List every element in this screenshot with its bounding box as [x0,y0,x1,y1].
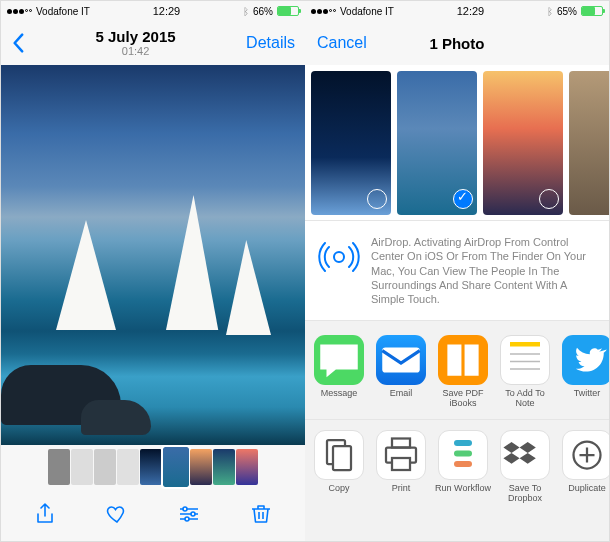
ibooks-icon [438,335,488,385]
svg-point-1 [191,512,195,516]
action-label: Duplicate [568,484,606,494]
duplicate-icon [562,430,609,480]
airdrop-icon [317,235,361,279]
workflow-icon [438,430,488,480]
svg-rect-13 [454,461,472,467]
share-apps-row[interactable]: MessageEmailSave PDF iBooksTo Add To Not… [305,321,609,419]
thumbnail[interactable] [117,449,139,485]
svg-rect-7 [333,446,351,470]
status-time: 12:29 [457,5,485,17]
selection-check-icon[interactable] [453,189,473,209]
thumbnail[interactable] [190,449,212,485]
thumbnail[interactable] [140,449,162,485]
svg-rect-5 [510,342,540,347]
share-label: Save PDF iBooks [435,389,491,409]
copy-icon [314,430,364,480]
share-label: Message [321,389,358,399]
share-notes-button[interactable]: To Add To Note [497,335,553,409]
svg-point-0 [183,507,187,511]
back-button[interactable] [11,33,25,53]
actions-row[interactable]: CopyPrintRun WorkflowSave To DropboxDupl… [305,419,609,514]
twitter-icon [562,335,609,385]
svg-point-2 [185,517,189,521]
cancel-button[interactable]: Cancel [317,34,367,52]
main-photo[interactable] [1,65,305,445]
share-nav-bar: Cancel 1 Photo [305,21,609,65]
share-twitter-button[interactable]: Twitter [559,335,609,409]
thumbnail[interactable] [71,449,93,485]
trash-icon [249,502,273,526]
status-bar: Vodafone IT 12:29 66% [1,1,305,21]
action-dropbox-button[interactable]: Save To Dropbox [497,430,553,504]
share-icon [33,502,57,526]
thumbnail[interactable] [236,449,258,485]
status-bar: Vodafone IT 12:29 65% [305,1,609,21]
thumbnail[interactable] [94,449,116,485]
share-ibooks-button[interactable]: Save PDF iBooks [435,335,491,409]
bluetooth-icon [547,5,553,17]
signal-icon [311,9,336,14]
action-label: Copy [328,484,349,494]
thumbnail-strip[interactable] [1,445,305,489]
share-label: To Add To Note [497,389,553,409]
selection-thumbnail[interactable] [311,71,391,215]
notes-icon [500,335,550,385]
sliders-icon [177,502,201,526]
selection-thumbnails[interactable] [305,65,609,220]
svg-rect-11 [454,440,472,446]
battery-percent: 66% [253,6,273,17]
nav-bar: 5 July 2015 01:42 Details [1,21,305,65]
print-icon [376,430,426,480]
share-label: Email [390,389,413,399]
carrier-label: Vodafone IT [340,6,394,17]
share-button[interactable] [33,502,57,526]
svg-rect-8 [392,439,410,448]
selection-thumbnail[interactable] [397,71,477,215]
bottom-toolbar [1,489,305,539]
selection-thumbnail[interactable] [569,71,609,215]
email-icon [376,335,426,385]
battery-icon [277,6,299,16]
details-button[interactable]: Details [246,34,295,52]
thumbnail[interactable] [213,449,235,485]
action-copy-button[interactable]: Copy [311,430,367,504]
photo-time: 01:42 [96,45,176,57]
selection-check-icon[interactable] [367,189,387,209]
chevron-left-icon [11,33,25,53]
thumbnail[interactable] [48,449,70,485]
svg-rect-10 [392,458,410,470]
carrier-label: Vodafone IT [36,6,90,17]
right-phone: Vodafone IT 12:29 65% Cancel 1 Photo Air… [305,1,609,541]
action-duplicate-button[interactable]: Duplicate [559,430,609,504]
delete-button[interactable] [249,502,273,526]
thumbnail[interactable] [163,447,189,487]
action-print-button[interactable]: Print [373,430,429,504]
action-label: Save To Dropbox [497,484,553,504]
message-icon [314,335,364,385]
bluetooth-icon [243,5,249,17]
action-workflow-button[interactable]: Run Workflow [435,430,491,504]
battery-icon [581,6,603,16]
airdrop-text: AirDrop. Activating AirDrop From Control… [371,235,597,306]
signal-icon [7,9,32,14]
share-label: Twitter [574,389,601,399]
battery-percent: 65% [557,6,577,17]
share-message-button[interactable]: Message [311,335,367,409]
dropbox-icon [500,430,550,480]
photo-date: 5 July 2015 [96,29,176,46]
svg-rect-12 [454,451,472,457]
svg-rect-4 [382,348,420,373]
edit-button[interactable] [177,502,201,526]
screenshot-pair: Vodafone IT 12:29 66% 5 July 2015 01:42 … [0,0,610,542]
selection-thumbnail[interactable] [483,71,563,215]
svg-point-3 [334,252,344,262]
action-label: Run Workflow [435,484,491,494]
airdrop-row[interactable]: AirDrop. Activating AirDrop From Control… [305,220,609,321]
favorite-button[interactable] [105,502,129,526]
heart-icon [105,502,129,526]
status-time: 12:29 [153,5,181,17]
share-email-button[interactable]: Email [373,335,429,409]
left-phone: Vodafone IT 12:29 66% 5 July 2015 01:42 … [1,1,305,541]
selection-check-icon[interactable] [539,189,559,209]
selection-count: 1 Photo [429,35,484,52]
